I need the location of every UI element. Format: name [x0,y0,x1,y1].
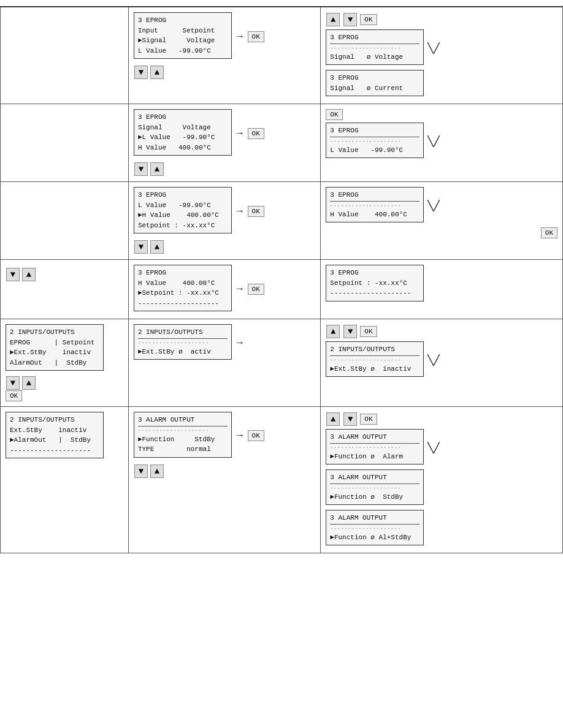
down-arrow-button[interactable]: ▼ [134,162,148,176]
screen-box: 3 ALARM OUTPUT--------------------►Funct… [326,429,424,464]
screen-line: Signal Voltage [138,123,228,133]
screen-line: ►Ext.StBy inactiv [10,347,99,358]
down-arrow-button[interactable]: ▼ [134,240,148,254]
screen-title: 3 EPROG [138,190,228,200]
screen-title: 3 EPROG [138,268,228,278]
main-table: 3 EPROGInput Setpoint►Signal VoltageL Va… [0,6,563,553]
screen-line: ►Function ø Al+StdBy [330,533,419,543]
screen-box: 3 EPROG--------------------Signal ø Volt… [326,29,424,65]
screen-line: ►H Value 400.00°C [138,210,228,221]
down-arrow-button[interactable]: ▼ [343,13,357,26]
screen-box: 3 ALARM OUTPUT--------------------►Funct… [326,510,424,545]
screen-title: 2 INPUTS/OUTPUTS [10,415,99,425]
ok-button[interactable]: OK [360,326,377,337]
table-row: 3 EPROGSignal Voltage►L Value -99.90°CH … [1,104,563,182]
table-row: 3 EPROGInput Setpoint►Signal VoltageL Va… [1,7,563,104]
col3-top-row: ▲▼OK [326,324,557,339]
ok-button[interactable]: OK [248,430,264,441]
col3-top-row: ▲▼OK [326,12,557,27]
screen-box: 3 EPROG--------------------L Value -99.9… [326,123,424,158]
screen-divider: -------------------- [330,355,419,363]
screen-divider: -------------------- [330,483,419,491]
screen-line: ►Signal Voltage [138,36,228,46]
ok-button[interactable]: OK [248,128,264,139]
screen-divider: -------------------- [138,426,228,434]
col3-screen-row: 3 EPROGSetpoint : -xx.xx°C--------------… [326,265,557,304]
right-arrow-icon: → [237,430,243,441]
screen-line: Ext.StBy inactiv [10,425,99,436]
screen-box: 3 ALARM OUTPUT--------------------►Funct… [326,469,424,505]
up-arrow-button[interactable]: ▲ [22,268,36,281]
ok-button[interactable]: OK [6,390,22,401]
up-arrow-button[interactable]: ▲ [150,162,164,176]
screen-title: 3 EPROG [330,73,419,83]
screen-box: 2 INPUTS/OUTPUTSExt.StBy inactiv►AlarmOu… [6,412,104,458]
up-arrow-button[interactable]: ▲ [326,412,340,426]
screen-line: H Value 400.00°C [330,210,419,220]
slash-icon: ╲╱ [427,42,439,55]
slash-icon: ╲╱ [427,200,439,212]
col1-cell [1,182,129,260]
up-arrow-button[interactable]: ▲ [326,13,340,26]
up-arrow-button[interactable]: ▲ [150,464,164,478]
screen-line: TYPE normal [138,444,228,455]
col3-screen-row: 3 ALARM OUTPUT--------------------►Funct… [326,510,557,548]
ok-button[interactable]: OK [248,206,264,217]
slash-icon: ╲╱ [427,442,439,454]
screen-line: L Value -99.90°C [138,200,228,211]
up-arrow-button[interactable]: ▲ [150,66,164,79]
down-arrow-button[interactable]: ▼ [134,464,148,478]
col1-cell [1,104,129,182]
col3-screen-row: 2 INPUTS/OUTPUTS--------------------►Ext… [326,341,557,379]
screen-box: 3 EPROGSignal Voltage►L Value -99.90°CH … [134,109,232,156]
up-arrow-button[interactable]: ▲ [22,376,36,390]
col1-cell: ▼▲ [1,260,129,319]
table-row: ▼▲3 EPROGH Value 400.00°C►Setpoint : -xx… [1,260,563,319]
screen-divider: -------------------- [330,137,419,145]
screen-line: -------------------- [10,446,99,456]
screen-divider: -------------------- [330,201,419,209]
screen-line: ►Function StdBy [138,434,228,445]
screen-box: 3 EPROGInput Setpoint►Signal VoltageL Va… [134,12,232,59]
up-arrow-button[interactable]: ▲ [326,325,340,338]
down-arrow-button[interactable]: ▼ [6,376,20,390]
col2-cell: 3 EPROGL Value -99.90°C►H Value 400.00°C… [128,182,320,260]
down-arrow-button[interactable]: ▼ [6,268,20,281]
down-arrow-button[interactable]: ▼ [134,66,148,79]
screen-line: EPROG | Setpoint [10,338,99,348]
screen-title: 3 EPROG [330,126,419,136]
col3-cell: ▲▼OK3 EPROG--------------------Signal ø … [321,7,563,104]
screen-divider: -------------------- [138,338,228,346]
col3-screen-row: 3 EPROG--------------------Signal ø Volt… [326,29,557,67]
screen-title: 2 INPUTS/OUTPUTS [330,344,419,355]
ok-button[interactable]: OK [360,14,377,25]
col2-cell: 3 EPROGH Value 400.00°C►Setpoint : -xx.x… [128,260,320,319]
screen-title: 3 ALARM OUTPUT [330,472,419,483]
col2-cell: 3 EPROGInput Setpoint►Signal VoltageL Va… [128,7,320,104]
screen-box: 3 EPROGL Value -99.90°C►H Value 400.00°C… [134,187,232,233]
screen-title: 3 EPROG [330,268,419,278]
screen-title: 2 INPUTS/OUTPUTS [138,327,228,338]
screen-divider: -------------------- [330,524,419,532]
ok-button[interactable]: OK [360,414,377,425]
screen-line: Signal ø Current [330,83,419,94]
down-arrow-button[interactable]: ▼ [343,325,357,338]
col2-top-row: 3 EPROGH Value 400.00°C►Setpoint : -xx.x… [134,265,315,314]
screen-line: -------------------- [330,288,419,298]
screen-box: 2 INPUTS/OUTPUTS--------------------►Ext… [326,341,424,377]
table-row: 2 INPUTS/OUTPUTSEPROG | Setpoint►Ext.StB… [1,319,563,407]
right-arrow-icon: → [237,128,243,139]
col2-cell: 2 INPUTS/OUTPUTS--------------------►Ext… [128,319,320,407]
ok-button[interactable]: OK [248,31,264,42]
col2-top-row: 2 INPUTS/OUTPUTS--------------------►Ext… [134,324,315,362]
up-arrow-button[interactable]: ▲ [150,240,164,254]
slash-icon: ╲╱ [427,135,439,148]
screen-line: ►Setpoint : -xx.xx°C [138,288,228,298]
col2-top-row: 3 ALARM OUTPUT--------------------►Funct… [134,412,315,460]
col3-screen-row: 3 ALARM OUTPUT--------------------►Funct… [326,469,557,507]
ok-button[interactable]: OK [248,284,264,295]
screen-line: ►Ext.StBy ø activ [138,347,228,357]
ok-button[interactable]: OK [541,227,557,238]
down-arrow-button[interactable]: ▼ [343,412,357,426]
ok-button[interactable]: OK [326,109,342,120]
